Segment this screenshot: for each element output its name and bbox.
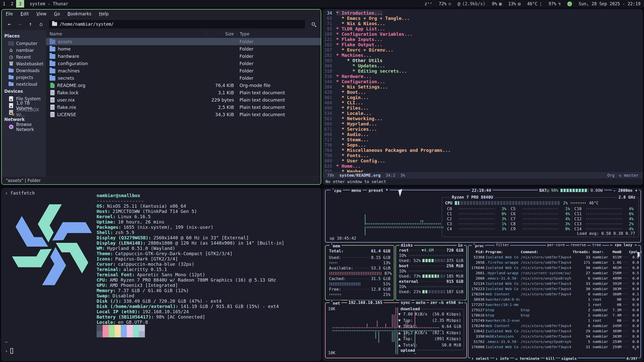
btop-window: ¹cpu menu preset * 22:19:44 BAT○ 98% 0.0… [323, 188, 643, 361]
net-sync-button[interactable]: sync [399, 300, 412, 305]
core-row: C64% [511, 211, 570, 216]
path-bar[interactable]: /home/nambiar/system/ [49, 20, 305, 28]
menu-item[interactable]: Bookmarks [67, 11, 91, 16]
process-row[interactable]: 178248 Web Content /nix/store/sm8fmrf3wp… [470, 323, 639, 328]
workspace-button[interactable]: 3 [16, 0, 24, 8]
preset-button[interactable]: preset * [367, 188, 389, 193]
proc-key-hint[interactable]: ↵ terminate [514, 356, 540, 360]
file-row[interactable]: LICENSE 34,3 KiB Plain text document [46, 111, 321, 118]
process-row[interactable]: 2660 .emacs-31.0.50- /nix/store/wnqz5pa8… [470, 276, 639, 281]
file-row[interactable]: home Folder [46, 45, 321, 53]
idle-inhibitor[interactable]: zᶻᶻ [424, 1, 432, 6]
cpu-usage[interactable]: 0% ▦ [492, 1, 502, 6]
text-cursor[interactable] [10, 348, 13, 354]
process-row[interactable]: 176000 Isolated Web Co /nix/store/sm8fmr… [470, 344, 639, 349]
sidebar-item[interactable]: nambiar [2, 47, 46, 54]
disks-title[interactable]: disks [399, 243, 414, 248]
proc-reverse-toggle[interactable]: reverse [569, 243, 587, 247]
battery[interactable]: 97% ↯ [548, 1, 561, 6]
process-row[interactable]: 51762 .emacs-31.0.50- /nix/store/wnqz5pa… [470, 339, 639, 344]
proc-filter-button[interactable]: filter [495, 243, 510, 247]
file-row[interactable]: machines Folder [46, 67, 321, 74]
file-row[interactable]: flake.lock 3,1 KiB Plain text document [46, 89, 321, 96]
back-button[interactable]: ← [5, 20, 14, 28]
scroll-down-indicator[interactable]: ↓ [634, 347, 636, 351]
process-row[interactable]: 13642 Isolated Web Co /nix/store/sm8fmrf… [470, 328, 639, 334]
workspace-button[interactable]: 1 [0, 0, 8, 8]
net-interface-switcher[interactable]: ←b eth0 n→ [438, 300, 464, 305]
network-speed[interactable]: @ (2.9kb/s) [458, 1, 485, 6]
file-icon [50, 83, 55, 88]
process-row[interactable]: 52368 Isolated Web Co /nix/store/sm8fmrf… [470, 254, 639, 260]
process-row[interactable]: 2658 .firefox-wrappe /nix/store/sm8fmrf3… [470, 260, 639, 265]
io-mode-button[interactable]: io [457, 243, 464, 248]
clock[interactable]: Sun, 28 Sep 2025 - 22:19 [579, 1, 640, 6]
proc-key-hint[interactable]: kill [545, 356, 556, 360]
core-row: C03% [447, 206, 506, 211]
sidebar-item[interactable]: Downloads [2, 67, 46, 74]
proc-key-hint[interactable]: signals [560, 356, 578, 360]
fastfetch-line: Local IP (eth0): 192.168.10.165/24 [97, 309, 318, 314]
forward-button[interactable]: → [15, 20, 24, 28]
process-row[interactable]: 2601 .Hyprland-wrapp /run/current-system… [470, 270, 639, 276]
volume[interactable]: 72% ∩ [439, 1, 451, 6]
menu-item[interactable]: Edit [20, 11, 29, 16]
file-row[interactable]: hardware Folder [46, 53, 321, 60]
column-header-size[interactable]: Size [206, 31, 236, 37]
palette-swatch [97, 325, 103, 331]
sidebar-item[interactable]: projects [2, 74, 46, 81]
process-row[interactable]: 176646 Isolated Web Co /nix/store/sm8fmr… [470, 265, 639, 270]
column-header-type[interactable]: Type [236, 31, 321, 37]
file-row[interactable]: flake.nix 2,5 KiB Plain text document [46, 104, 321, 111]
org-heading: * Fonts... [336, 153, 369, 158]
search-button[interactable] [309, 20, 318, 28]
sidebar-item[interactable]: Recent [2, 54, 46, 60]
column-header-name[interactable]: Name [46, 31, 206, 36]
process-row[interactable]: 52134 Isolated Web Co /nix/store/sm8fmrf… [470, 281, 639, 286]
proc-sort-selector[interactable]: ← cpu lazy → [609, 243, 638, 247]
process-row[interactable]: 177257 kworker/10:1-mm_ 1 root 0B 0.0 [470, 302, 639, 307]
workspace-button[interactable]: 2 [8, 0, 16, 8]
menu-item[interactable]: Go [54, 11, 60, 16]
menu-item[interactable]: File [6, 11, 13, 16]
process-row[interactable]: 176223 Isolated Web Co /nix/store/sm8fmr… [470, 286, 639, 291]
tab-proc[interactable]: ⁴proc [472, 243, 485, 248]
file-row[interactable]: configuration Folder [46, 60, 321, 67]
tab-net[interactable]: ³net [330, 300, 341, 306]
sidebar-item[interactable]: Browse Network [2, 123, 46, 130]
process-row[interactable]: 178294 Web Content /nix/store/sm8fmrf3wp… [470, 291, 639, 297]
sidebar-item[interactable]: nextcloud [2, 81, 46, 87]
memory-usage[interactable]: 13% ▤ [508, 1, 520, 6]
process-row[interactable]: 3390 WebExtensions /nix/store/sm8fmrf3wp… [470, 334, 639, 339]
process-row[interactable]: 38936 kworker/u64:6-kc 1 root 0B 0.0 [470, 297, 639, 302]
process-row[interactable]: 175749 kworker/6:2-even 1 root 0B 0.0 [470, 318, 639, 323]
org-buffer[interactable]: 34 * Introduction... 65 * Emacs + Org + … [323, 9, 642, 172]
up-button[interactable]: ↑ [26, 20, 35, 28]
file-row[interactable]: user.nix 229 bytes Plain text document [46, 96, 321, 104]
proc-scrollbar[interactable] [637, 252, 640, 257]
file-row[interactable]: secrets Folder [46, 74, 321, 82]
temperature[interactable]: 46°C ¦ [527, 1, 542, 6]
file-row[interactable]: assets Folder [46, 38, 321, 45]
sidebar-item[interactable]: Wastebasket [2, 60, 46, 67]
sidebar-item[interactable]: SMALLBOX Wi... [2, 109, 46, 116]
proc-percore-toggle[interactable]: per-core [546, 243, 566, 247]
net-auto-button[interactable]: auto [414, 300, 427, 305]
process-row[interactable]: 179127 btop btop 2 nambiar 7.3M 0.0 [470, 307, 639, 312]
process-row[interactable]: 178616 btop btop 2 nambiar 7.4M 0.0 [470, 312, 639, 318]
menu-item[interactable]: Help [99, 11, 109, 16]
terminal-window[interactable]: › fastfetch nambiar@smallbox -----------… [1, 188, 321, 361]
update-interval[interactable]: - 2000ms + [612, 188, 639, 193]
status-ok[interactable]: ✓ [567, 2, 572, 6]
tab-mem[interactable]: ²mem [330, 243, 341, 248]
menu-item[interactable]: View [36, 11, 46, 16]
file-row[interactable]: README.org 76,4 KiB Org-mode file [46, 82, 321, 89]
proc-key-hint[interactable]: ↓ info [495, 356, 510, 360]
proc-tree-toggle[interactable]: tree [591, 243, 602, 247]
emacs-modeline: 78k system/README.org 34:2 3% Org ↻ mast… [323, 172, 642, 178]
proc-key-hint[interactable]: ↑ select [470, 356, 490, 360]
home-button[interactable]: ⌂ [36, 20, 46, 28]
menu-button[interactable]: menu [350, 188, 363, 193]
tab-cpu[interactable]: ¹cpu [331, 188, 343, 193]
sidebar-item[interactable]: Computer [2, 40, 46, 47]
